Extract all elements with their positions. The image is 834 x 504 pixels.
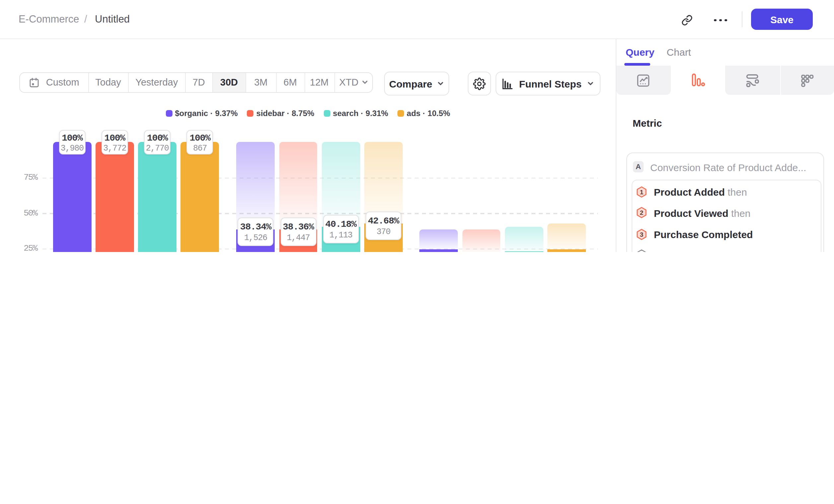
svg-text:1: 1 (640, 188, 643, 195)
svg-text:2: 2 (640, 209, 643, 216)
svg-text:3: 3 (640, 231, 643, 238)
